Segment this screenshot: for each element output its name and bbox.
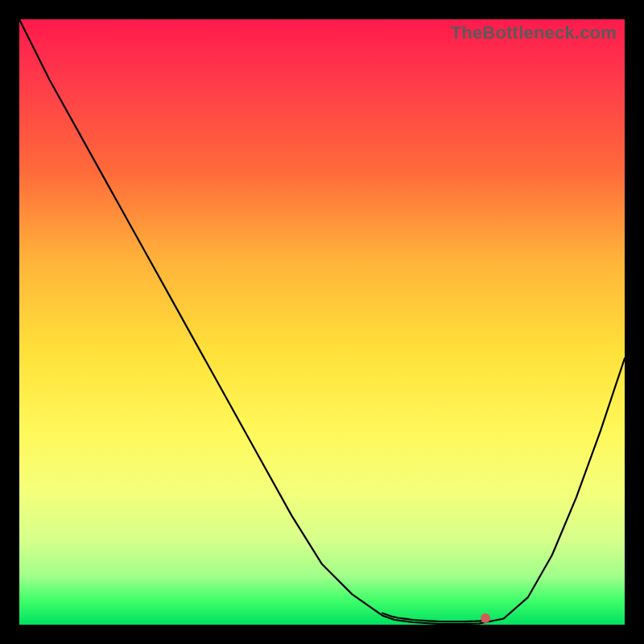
curve-path [19,19,625,624]
optimum-end-dot [481,613,490,623]
plot-area: TheBottleneck.com [19,19,625,625]
chart-frame: TheBottleneck.com [0,0,644,644]
bottleneck-curve [19,19,625,625]
